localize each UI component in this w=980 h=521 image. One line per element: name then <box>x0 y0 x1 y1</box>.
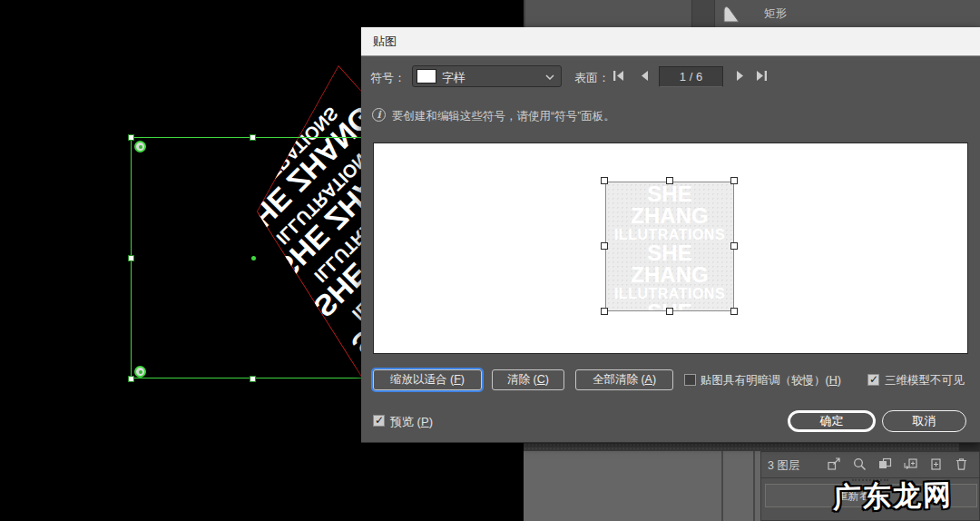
surface-label: 表面： <box>574 70 610 86</box>
trash-icon[interactable] <box>954 457 969 472</box>
clear-all-button[interactable]: 全部清除 (A) <box>575 369 673 390</box>
next-surface-icon[interactable] <box>733 69 748 84</box>
symbol-text-line: SHE ZHANG <box>606 183 733 228</box>
selection-handle[interactable] <box>128 134 134 141</box>
shape-name-label: 矩形 <box>764 6 787 22</box>
cancel-button[interactable]: 取消 <box>882 410 966 432</box>
selection-handle[interactable] <box>128 376 134 382</box>
new-layer-icon[interactable] <box>928 457 944 472</box>
symbol-label: 符号： <box>370 70 406 86</box>
dialog-title[interactable]: 贴图 <box>361 27 980 56</box>
panel-divider <box>691 0 715 27</box>
first-surface-icon[interactable] <box>612 69 626 84</box>
panel-divider <box>721 451 723 521</box>
shading-checkbox-label: 贴图具有明暗调（较慢）(H) <box>701 373 841 388</box>
selection-bounding-box <box>131 137 361 378</box>
surface-page-field[interactable]: 1 / 6 <box>659 66 723 87</box>
info-icon: i <box>372 108 386 122</box>
map-art-dialog: 贴图 符号： 字样 表面： 1 / 6 i 要创建和编辑这些符号，请使用“符号”… <box>361 27 980 443</box>
chevron-down-icon <box>545 74 554 80</box>
transform-handle[interactable] <box>730 308 738 315</box>
locate-object-icon[interactable] <box>852 457 867 472</box>
layers-count-label: 3 图层 <box>768 458 799 474</box>
export-icon[interactable] <box>827 457 842 472</box>
transform-handle[interactable] <box>601 308 608 315</box>
corner-widget-icon[interactable] <box>134 366 146 378</box>
transform-handle[interactable] <box>730 177 738 184</box>
map-art-preview[interactable]: SHE ZHANG ILLUTRATIONS SHE ZHANG ILLUTRA… <box>373 143 968 354</box>
symbol-dropdown[interactable]: 字样 <box>412 65 562 87</box>
panel-edge <box>524 443 980 451</box>
ok-button[interactable]: 确定 <box>788 410 876 432</box>
selection-handle[interactable] <box>128 255 134 261</box>
selection-center-point[interactable] <box>251 256 256 260</box>
transform-handle[interactable] <box>666 177 673 184</box>
corner-widget-icon[interactable] <box>134 141 146 152</box>
last-surface-icon[interactable] <box>755 69 769 84</box>
transform-handle[interactable] <box>730 242 738 250</box>
previous-surface-icon[interactable] <box>638 69 652 84</box>
mapped-symbol-object[interactable]: SHE ZHANG ILLUTRATIONS SHE ZHANG ILLUTRA… <box>605 182 734 311</box>
watermark-text: 广东龙网 <box>832 476 953 516</box>
preview-checkbox-label: 预览 (P) <box>390 414 433 430</box>
selection-handle[interactable] <box>250 376 256 382</box>
transform-handle[interactable] <box>666 308 673 315</box>
symbol-dropdown-value: 字样 <box>442 70 466 86</box>
clear-button[interactable]: 清除 (C) <box>492 369 564 390</box>
new-sublayer-icon[interactable] <box>903 457 918 472</box>
scale-to-fit-button[interactable]: 缩放以适合 (F) <box>373 369 482 390</box>
symbol-text-line: SHE ZHANG <box>606 242 733 287</box>
selection-handle[interactable] <box>250 134 256 141</box>
top-panel-bar: 矩形 <box>524 0 980 27</box>
hide-model-checkbox[interactable] <box>867 374 879 386</box>
transform-handle[interactable] <box>601 242 608 250</box>
symbol-swatch <box>416 69 436 84</box>
shading-checkbox[interactable] <box>684 374 696 386</box>
shape-thumbnail-icon <box>720 3 741 25</box>
hide-model-checkbox-label: 三维模型不可见 <box>885 373 965 388</box>
panel-divider <box>753 451 755 521</box>
layers-toolbar <box>827 457 969 472</box>
preview-checkbox[interactable] <box>373 415 385 427</box>
transform-handle[interactable] <box>601 177 608 184</box>
mapped-symbol-text: SHE ZHANG ILLUTRATIONS SHE ZHANG ILLUTRA… <box>606 182 733 310</box>
info-text: 要创建和编辑这些符号，请使用“符号”面板。 <box>392 109 615 124</box>
clip-mask-icon[interactable] <box>877 457 893 472</box>
